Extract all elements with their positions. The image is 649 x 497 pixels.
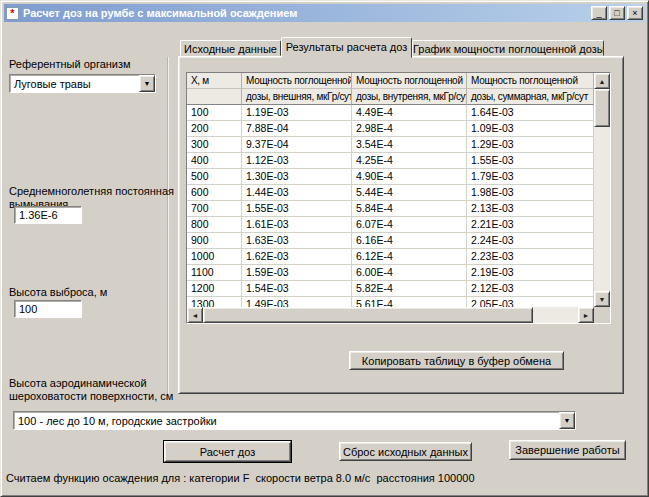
table-cell: 4.90E-4 <box>352 169 467 185</box>
table-cell: 5.84E-4 <box>352 201 467 217</box>
roughness-combobox[interactable]: 100 - лес до 10 м, городские застройки ▼ <box>13 411 576 430</box>
tab-dose-rate-graph[interactable]: График мощности поглощенной дозы <box>412 40 604 56</box>
copy-table-button[interactable]: Копировать таблицу в буфер обмена <box>349 351 564 370</box>
reset-input-data-button[interactable]: Сброс исходных данных <box>339 442 472 461</box>
scrollbar-corner <box>594 307 610 323</box>
vertical-scrollbar[interactable]: ▲ ▼ <box>594 73 610 307</box>
chevron-down-icon: ▼ <box>564 417 571 424</box>
calculate-doses-button[interactable]: Расчет доз <box>164 441 291 462</box>
table-row[interactable]: 3009.37E-043.54E-41.29E-03 <box>187 137 594 153</box>
chevron-down-icon: ▼ <box>144 80 151 87</box>
scroll-down-button[interactable]: ▼ <box>594 291 610 307</box>
roughness-label-line1: Высота аэродинамической <box>9 377 147 390</box>
table-row[interactable]: 4001.12E-034.25E-41.55E-03 <box>187 153 594 169</box>
table-cell: 1300 <box>187 297 242 307</box>
table-cell: 1.79E-03 <box>467 169 594 185</box>
close-icon: × <box>632 9 637 18</box>
table-cell: 1.64E-03 <box>467 105 594 121</box>
status-text: Считаем функцию осаждения для : категори… <box>6 472 475 484</box>
table-cell: 5.44E-4 <box>352 185 467 201</box>
scroll-down-icon: ▼ <box>599 296 606 303</box>
table-cell: 1.61E-03 <box>242 217 352 233</box>
table-cell: 2.24E-03 <box>467 233 594 249</box>
table-cell: 1.59E-03 <box>242 265 352 281</box>
column-header: Мощность поглощенной <box>352 73 467 89</box>
maximize-icon: □ <box>614 9 619 18</box>
table-cell: 6.00E-4 <box>352 265 467 281</box>
table-cell: 1.49E-03 <box>242 297 352 307</box>
horizontal-scrollbar[interactable]: ◄ ► <box>187 307 594 323</box>
table-cell: 2.13E-03 <box>467 201 594 217</box>
column-header <box>187 89 242 105</box>
table-row[interactable]: 8001.61E-036.07E-42.21E-03 <box>187 217 594 233</box>
table-cell: 1.55E-03 <box>467 153 594 169</box>
table-row[interactable]: 12001.54E-035.82E-42.12E-03 <box>187 281 594 297</box>
table-cell: 9.37E-04 <box>242 137 352 153</box>
table-cell: 300 <box>187 137 242 153</box>
scroll-left-button[interactable]: ◄ <box>187 307 203 323</box>
table-cell: 2.12E-03 <box>467 281 594 297</box>
table-cell: 1.62E-03 <box>242 249 352 265</box>
table-cell: 1.98E-03 <box>467 185 594 201</box>
table-cell: 1.55E-03 <box>242 201 352 217</box>
column-header: дозы, внутреняя, мкГр/сут <box>352 89 467 105</box>
table-cell: 1.19E-03 <box>242 105 352 121</box>
column-header: X, м <box>187 73 242 89</box>
referent-organism-dropdown-button[interactable]: ▼ <box>139 75 155 92</box>
minimize-button[interactable]: _ <box>591 6 607 20</box>
table-row[interactable]: 5001.30E-034.90E-41.79E-03 <box>187 169 594 185</box>
washout-constant-label-line1: Среднемноголетняя постоянная <box>9 185 174 198</box>
table-cell: 1.09E-03 <box>467 121 594 137</box>
roughness-dropdown-button[interactable]: ▼ <box>559 412 575 429</box>
table-cell: 1.12E-03 <box>242 153 352 169</box>
scroll-right-icon: ► <box>583 312 590 319</box>
close-button[interactable]: × <box>627 6 643 20</box>
release-height-input[interactable] <box>14 300 82 318</box>
release-height-label: Высота выброса, м <box>9 286 107 299</box>
table-cell: 2.98E-4 <box>352 121 467 137</box>
scroll-right-button[interactable]: ► <box>578 307 594 323</box>
table-header-row-1: X, м Мощность поглощенной Мощность погло… <box>187 73 594 89</box>
table-cell: 6.12E-4 <box>352 249 467 265</box>
table-row[interactable]: 6001.44E-035.44E-41.98E-03 <box>187 185 594 201</box>
table-row[interactable]: 10001.62E-036.12E-42.23E-03 <box>187 249 594 265</box>
table-cell: 200 <box>187 121 242 137</box>
tab-input-data[interactable]: Исходные данные <box>180 40 281 56</box>
referent-organism-value: Луговые травы <box>10 78 139 90</box>
table-row[interactable]: 1001.19E-034.49E-41.64E-03 <box>187 105 594 121</box>
column-header: Мощность поглощенной <box>467 73 594 89</box>
scroll-up-button[interactable]: ▲ <box>594 73 610 89</box>
table-body: 1001.19E-034.49E-41.64E-032007.88E-042.9… <box>187 105 594 307</box>
tab-dose-results[interactable]: Результаты расчета доз <box>281 37 412 58</box>
table-row[interactable]: 7001.55E-035.84E-42.13E-03 <box>187 201 594 217</box>
table-row[interactable]: 2007.88E-042.98E-41.09E-03 <box>187 121 594 137</box>
table-cell: 2.19E-03 <box>467 265 594 281</box>
table-cell: 1000 <box>187 249 242 265</box>
table-cell: 7.88E-04 <box>242 121 352 137</box>
referent-organism-combobox[interactable]: Луговые травы ▼ <box>9 74 156 93</box>
table-cell: 800 <box>187 217 242 233</box>
maximize-button[interactable]: □ <box>609 6 625 20</box>
roughness-value: 100 - лес до 10 м, городские застройки <box>14 415 559 427</box>
title-bar[interactable]: * Расчет доз на румбе с максимальной оса… <box>4 4 645 22</box>
table-cell: 600 <box>187 185 242 201</box>
panel-divider <box>167 57 169 394</box>
table-row[interactable]: 11001.59E-036.00E-42.19E-03 <box>187 265 594 281</box>
finish-work-button[interactable]: Завершение работы <box>509 440 626 460</box>
window-title: Расчет доз на румбе с максимальной осажд… <box>23 7 589 19</box>
results-table: X, м Мощность поглощенной Мощность погло… <box>186 72 611 324</box>
washout-constant-input[interactable] <box>14 206 82 224</box>
referent-organism-label: Референтный организм <box>9 58 131 71</box>
table-cell: 6.16E-4 <box>352 233 467 249</box>
table-cell: 500 <box>187 169 242 185</box>
table-row[interactable]: 9001.63E-036.16E-42.24E-03 <box>187 233 594 249</box>
column-header: дозы, суммарная, мкГр/сут <box>467 89 594 105</box>
roughness-label-line2: шероховатости поверхности, см <box>9 390 173 403</box>
table-cell: 1.44E-03 <box>242 185 352 201</box>
vertical-scrollbar-thumb[interactable] <box>594 89 610 127</box>
table-cell: 100 <box>187 105 242 121</box>
table-cell: 5.82E-4 <box>352 281 467 297</box>
table-header-row-2: дозы, внешняя, мкГр/сут дозы, внутреняя,… <box>187 89 594 105</box>
horizontal-scrollbar-thumb[interactable] <box>203 307 533 323</box>
table-row[interactable]: 13001.49E-035.61E-42.05E-03 <box>187 297 594 307</box>
